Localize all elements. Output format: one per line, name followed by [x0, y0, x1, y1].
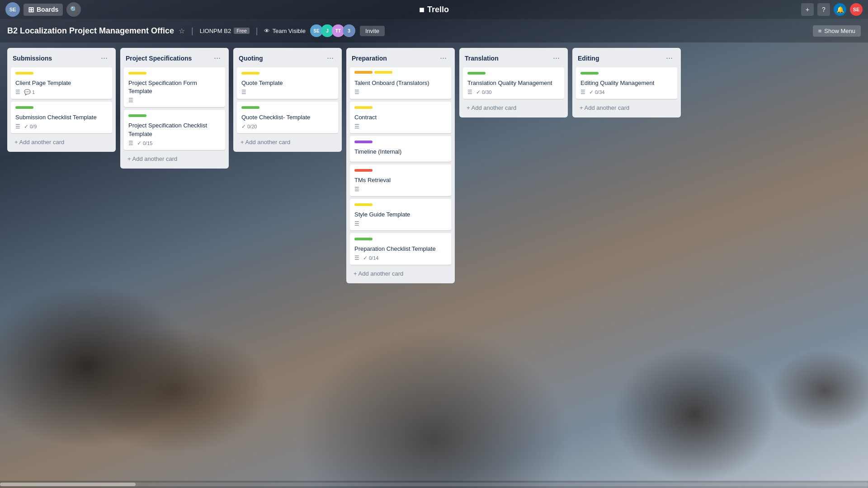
card-title-proj-spec-checklist: Project Specification Checklist Template — [128, 122, 221, 138]
add-card-editing[interactable]: + Add another card — [576, 102, 677, 114]
badge-text: 1 — [32, 89, 35, 95]
card-label — [354, 238, 373, 240]
add-card-preparation[interactable]: + Add another card — [350, 267, 451, 280]
column-title-preparation: Preparation — [352, 55, 387, 62]
badge-icon: ☰ — [467, 89, 472, 95]
card-label — [354, 169, 373, 172]
badge-icon: ☰ — [354, 221, 359, 227]
notification-button[interactable]: 🔔 — [834, 3, 846, 16]
card-footer: ☰ — [354, 123, 447, 130]
badge-icon: ✓ — [137, 140, 142, 146]
card-badge: ✓0/30 — [476, 89, 491, 95]
column-menu-translation[interactable]: ··· — [550, 52, 562, 64]
plan-badge: Free — [234, 28, 250, 34]
badge-icon: ☰ — [354, 255, 359, 261]
card-timeline[interactable]: Timeline (Internal) — [350, 136, 451, 161]
column-menu-project-specifications[interactable]: ··· — [211, 52, 223, 64]
column-header-quoting: Quoting··· — [237, 52, 338, 65]
badge-icon: ☰ — [354, 89, 359, 95]
card-footer: ☰💬1 — [15, 89, 108, 95]
workspace-name: LIONPM B2 — [200, 28, 231, 34]
card-translation-quality[interactable]: Translation Quality Management☰✓0/30 — [463, 67, 564, 99]
card-footer: ✓0/20 — [241, 123, 334, 130]
board-title[interactable]: B2 Localization Project Management Offic… — [7, 26, 174, 36]
member-avatar-3[interactable]: 3 — [343, 24, 355, 37]
app-name: Trello — [427, 5, 449, 14]
card-badge: ✓0/14 — [363, 255, 378, 261]
star-button[interactable]: ☆ — [179, 27, 185, 35]
card-contract[interactable]: Contract☰ — [350, 102, 451, 133]
invite-button[interactable]: Invite — [360, 26, 385, 36]
column-menu-submissions[interactable]: ··· — [98, 52, 110, 64]
card-tms-retrieval[interactable]: TMs Retrieval☰ — [350, 164, 451, 196]
card-proj-spec-form[interactable]: Project Specification Form Template☰ — [124, 67, 225, 107]
card-badge: ☰ — [354, 186, 359, 192]
card-footer: ☰✓0/34 — [580, 89, 673, 95]
visibility-tag[interactable]: 👁 Team Visible — [264, 28, 305, 34]
add-card-translation[interactable]: + Add another card — [463, 102, 564, 114]
card-footer: ☰✓0/15 — [128, 140, 221, 146]
card-badge: ☰ — [128, 140, 133, 146]
card-client-page[interactable]: Client Page Template☰💬1 — [11, 67, 112, 99]
card-proj-spec-checklist[interactable]: Project Specification Checklist Template… — [124, 110, 225, 150]
card-badge: ☰ — [15, 123, 20, 130]
badge-icon: ✓ — [363, 255, 368, 261]
add-card-quoting[interactable]: + Add another card — [237, 136, 338, 148]
card-quote-checklist[interactable]: Quote Checklist- Template✓0/20 — [237, 102, 338, 133]
scrollbar[interactable] — [0, 481, 868, 488]
card-badge: ✓0/20 — [241, 123, 257, 130]
card-title-client-page: Client Page Template — [15, 79, 108, 87]
user-avatar-nav[interactable]: SE — [5, 2, 20, 17]
help-button[interactable]: ? — [817, 3, 830, 16]
card-footer: ☰✓0/9 — [15, 123, 108, 130]
card-badge: ☰ — [354, 255, 359, 261]
boards-button[interactable]: ⊞ Boards — [24, 4, 63, 16]
card-submission-checklist[interactable]: Submission Checklist Template☰✓0/9 — [11, 102, 112, 133]
card-label — [580, 72, 599, 75]
card-footer: ☰ — [241, 89, 334, 95]
card-title-prep-checklist: Preparation Checklist Template — [354, 245, 447, 253]
card-talent-onboard[interactable]: Talent Onboard (Translators)☰ — [350, 67, 451, 99]
card-footer: ☰ — [354, 89, 447, 95]
column-header-submissions: Submissions··· — [11, 52, 112, 65]
badge-icon: ☰ — [241, 89, 246, 95]
column-menu-editing[interactable]: ··· — [663, 52, 675, 64]
column-title-translation: Translation — [465, 55, 499, 62]
add-button[interactable]: + — [801, 3, 814, 16]
badge-icon: ☰ — [354, 123, 359, 130]
card-style-guide[interactable]: Style Guide Template☰ — [350, 199, 451, 230]
user-menu-avatar[interactable]: SE — [850, 3, 863, 16]
card-badge: ☰ — [15, 89, 20, 95]
boards-icon: ⊞ — [28, 5, 34, 14]
card-label — [354, 71, 373, 74]
card-footer: ☰ — [354, 221, 447, 227]
board-header: B2 Localization Project Management Offic… — [0, 19, 868, 42]
add-card-project-specifications[interactable]: + Add another card — [124, 153, 225, 165]
card-label — [467, 72, 486, 75]
badge-icon: ☰ — [354, 186, 359, 192]
search-button[interactable]: 🔍 — [66, 2, 81, 17]
add-card-submissions[interactable]: + Add another card — [11, 136, 112, 148]
badge-icon: ✓ — [241, 123, 246, 130]
column-submissions: Submissions···Client Page Template☰💬1Sub… — [7, 48, 116, 152]
card-label — [354, 106, 373, 109]
column-menu-preparation[interactable]: ··· — [437, 52, 449, 64]
card-title-quote-template: Quote Template — [241, 79, 334, 87]
card-prep-checklist[interactable]: Preparation Checklist Template☰✓0/14 — [350, 233, 451, 265]
badge-text: 0/14 — [369, 255, 378, 261]
show-menu-button[interactable]: ≡ Show Menu — [813, 25, 861, 37]
card-badge: 💬1 — [24, 89, 35, 95]
card-title-editing-quality: Editing Quality Management — [580, 79, 673, 87]
column-project-specifications: Project Specifications···Project Specifi… — [120, 48, 229, 169]
card-title-quote-checklist: Quote Checklist- Template — [241, 113, 334, 122]
card-title-translation-quality: Translation Quality Management — [467, 79, 560, 87]
card-badge: ☰ — [354, 123, 359, 130]
card-quote-template[interactable]: Quote Template☰ — [237, 67, 338, 99]
card-title-submission-checklist: Submission Checklist Template — [15, 113, 108, 122]
card-label — [354, 141, 373, 143]
badge-icon: ✓ — [589, 89, 594, 95]
column-menu-quoting[interactable]: ··· — [324, 52, 336, 64]
column-title-editing: Editing — [578, 55, 599, 62]
card-editing-quality[interactable]: Editing Quality Management☰✓0/34 — [576, 67, 677, 99]
nav-right-section: + ? 🔔 SE — [801, 3, 863, 16]
